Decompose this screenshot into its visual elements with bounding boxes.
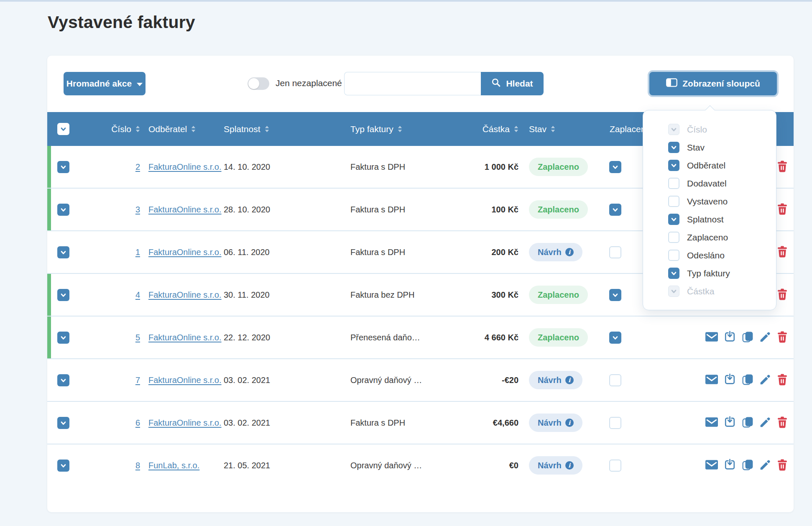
duplicate-button[interactable] <box>742 331 753 344</box>
status-badge: Návrh i <box>529 456 582 475</box>
download-button[interactable] <box>724 373 736 387</box>
customer-link[interactable]: FunLab, s.r.o. <box>148 461 199 470</box>
header-castka[interactable]: Částka <box>435 112 518 146</box>
duplicate-button[interactable] <box>742 459 753 472</box>
send-email-button[interactable] <box>705 460 718 471</box>
paid-checkbox[interactable] <box>609 374 621 386</box>
invoice-number-link[interactable]: 8 <box>135 461 140 470</box>
invoice-number-link[interactable]: 3 <box>135 205 140 214</box>
delete-button[interactable] <box>777 289 788 301</box>
column-visibility-button[interactable]: Zobrazení sloupců <box>649 72 777 95</box>
invoice-number-link[interactable]: 1 <box>135 248 140 257</box>
invoice-number-link[interactable]: 6 <box>135 418 140 428</box>
row-actions <box>656 402 794 444</box>
header-label: Částka <box>483 124 510 134</box>
unpaid-only-toggle[interactable] <box>248 77 269 90</box>
download-button[interactable] <box>724 331 736 344</box>
row-select-checkbox[interactable] <box>57 289 69 301</box>
column-toggle-item[interactable]: Odesláno <box>643 246 776 264</box>
trash-icon <box>777 246 788 259</box>
column-toggle-item[interactable]: Odběratel <box>643 156 776 174</box>
send-email-button[interactable] <box>705 417 718 428</box>
paid-checkbox[interactable] <box>609 161 621 173</box>
paid-cell <box>609 189 621 230</box>
row-select-checkbox[interactable] <box>57 417 69 429</box>
select-all-checkbox[interactable] <box>57 123 69 135</box>
row-select-checkbox[interactable] <box>57 246 69 258</box>
paid-checkbox[interactable] <box>609 417 621 429</box>
info-icon[interactable]: i <box>565 248 574 256</box>
customer-link[interactable]: FakturaOnline s.r.o. <box>148 162 222 172</box>
column-toggle-item[interactable]: Dodavatel <box>643 174 776 192</box>
column-toggle-item[interactable]: Číslo <box>643 120 776 138</box>
paid-checkbox[interactable] <box>609 289 621 301</box>
edit-button[interactable] <box>759 331 771 344</box>
copy-icon <box>742 459 753 472</box>
invoice-number-link[interactable]: 7 <box>135 375 140 385</box>
column-label: Dodavatel <box>687 179 727 189</box>
customer-link[interactable]: FakturaOnline s.r.o. <box>148 333 222 342</box>
delete-button[interactable] <box>777 459 788 472</box>
edit-button[interactable] <box>759 416 771 429</box>
delete-button[interactable] <box>777 374 788 387</box>
delete-button[interactable] <box>777 246 788 259</box>
row-select-checkbox[interactable] <box>57 332 69 344</box>
column-label: Splatnost <box>687 214 724 225</box>
paid-checkbox[interactable] <box>609 460 621 472</box>
column-checkbox <box>668 178 679 189</box>
invoice-number-link[interactable]: 4 <box>135 290 140 300</box>
search-button-label: Hledat <box>506 79 533 89</box>
customer-link[interactable]: FakturaOnline s.r.o. <box>148 248 222 257</box>
duplicate-button[interactable] <box>742 374 753 387</box>
column-toggle-item[interactable]: Stav <box>643 138 776 156</box>
sort-icon <box>398 126 402 132</box>
search-input[interactable] <box>344 72 481 95</box>
row-select-checkbox[interactable] <box>57 460 69 472</box>
paid-checkbox[interactable] <box>609 332 621 344</box>
header-odberatel[interactable]: Odběratel <box>148 112 236 146</box>
header-splatnost[interactable]: Splatnost <box>224 112 299 146</box>
paid-checkbox[interactable] <box>609 246 621 258</box>
customer-link[interactable]: FakturaOnline s.r.o. <box>148 375 222 385</box>
column-toggle-item[interactable]: Částka <box>643 282 776 300</box>
column-toggle-item[interactable]: Zaplaceno <box>643 228 776 246</box>
invoice-number-link[interactable]: 2 <box>135 162 140 172</box>
column-toggle-item[interactable]: Vystaveno <box>643 192 776 210</box>
edit-button[interactable] <box>759 459 771 472</box>
send-email-button[interactable] <box>705 375 718 386</box>
info-icon[interactable]: i <box>565 461 574 470</box>
column-toggle-item[interactable]: Splatnost <box>643 210 776 228</box>
row-select-checkbox[interactable] <box>57 161 69 173</box>
customer-link[interactable]: FakturaOnline s.r.o. <box>148 290 222 300</box>
invoice-number-cell: 5 <box>72 317 140 358</box>
sort-icon <box>551 126 555 132</box>
search-button[interactable]: Hledat <box>481 72 544 95</box>
download-button[interactable] <box>724 459 736 472</box>
delete-button[interactable] <box>777 416 788 429</box>
delete-button[interactable] <box>777 161 788 174</box>
customer-link[interactable]: FakturaOnline s.r.o. <box>148 418 222 428</box>
due-date: 06. 11. 2020 <box>224 231 299 273</box>
due-date: 28. 10. 2020 <box>224 189 299 230</box>
send-email-button[interactable] <box>705 332 718 343</box>
edit-button[interactable] <box>759 374 771 387</box>
row-select-checkbox[interactable] <box>57 204 69 216</box>
customer-link[interactable]: FakturaOnline s.r.o. <box>148 205 222 214</box>
copy-icon <box>742 416 753 429</box>
info-icon[interactable]: i <box>565 376 574 384</box>
header-cislo[interactable]: Číslo <box>72 112 140 146</box>
header-stav[interactable]: Stav <box>529 112 592 146</box>
invoice-number-link[interactable]: 5 <box>135 333 140 342</box>
download-button[interactable] <box>724 416 736 429</box>
delete-button[interactable] <box>777 203 788 216</box>
trash-icon <box>777 161 788 174</box>
duplicate-button[interactable] <box>742 416 753 429</box>
delete-button[interactable] <box>777 331 788 344</box>
bulk-actions-button[interactable]: Hromadné akce <box>64 72 146 95</box>
info-icon[interactable]: i <box>565 419 574 427</box>
paid-checkbox[interactable] <box>609 204 621 216</box>
column-checkbox <box>668 232 679 243</box>
column-toggle-item[interactable]: Typ faktury <box>643 264 776 282</box>
row-select-checkbox[interactable] <box>57 374 69 386</box>
column-checkbox <box>668 250 679 261</box>
